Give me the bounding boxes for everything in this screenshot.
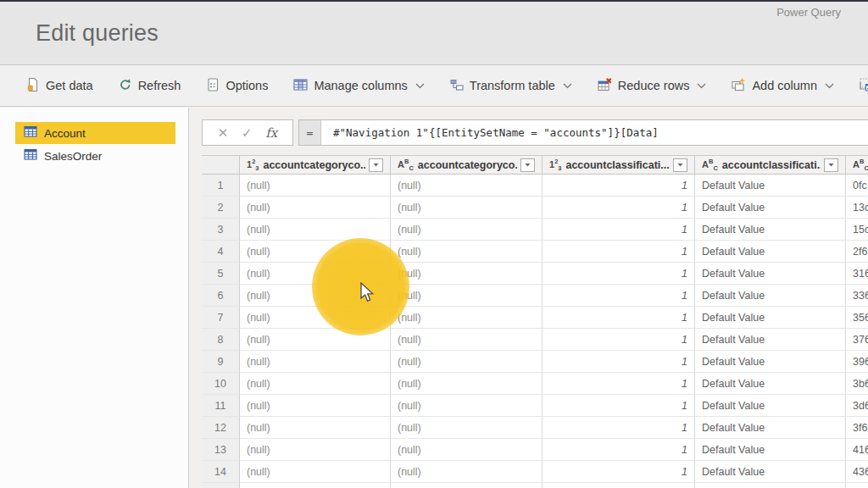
table-cell[interactable]: (null) (391, 483, 542, 488)
table-cell[interactable]: (null) (391, 285, 542, 307)
table-cell[interactable]: 3f6 (846, 417, 868, 439)
table-cell[interactable]: (null) (240, 263, 391, 285)
table-cell[interactable]: 416 (846, 439, 868, 461)
table-cell[interactable]: (null) (240, 307, 391, 329)
table-cell[interactable]: (null) (391, 263, 542, 285)
table-cell[interactable]: (null) (391, 395, 542, 417)
table-cell[interactable]: 1 (542, 307, 695, 329)
table-cell[interactable]: Default Value (695, 395, 846, 417)
table-cell[interactable]: 1 (542, 197, 695, 219)
table-cell[interactable]: (null) (391, 197, 542, 219)
table-cell[interactable]: 0fc (846, 175, 868, 197)
table-cell[interactable]: 15c (846, 219, 868, 241)
row-number[interactable]: 9 (202, 351, 240, 373)
table-cell[interactable]: 1 (542, 241, 695, 263)
table-cell[interactable]: (null) (240, 461, 391, 483)
filter-dropdown-button[interactable] (673, 158, 687, 172)
table-cell[interactable]: (null) (240, 329, 391, 351)
row-number[interactable]: 6 (202, 285, 240, 307)
table-cell[interactable]: (null) (391, 175, 542, 197)
table-cell[interactable]: (null) (240, 175, 391, 197)
row-number[interactable]: 10 (202, 373, 240, 395)
table-cell[interactable]: Default Value (695, 307, 846, 329)
table-cell[interactable]: (null) (391, 461, 542, 483)
get-data-button[interactable]: Get data (25, 77, 93, 95)
manage-columns-button[interactable]: Manage columns (292, 77, 424, 95)
table-cell[interactable]: (null) (240, 395, 391, 417)
table-cell[interactable]: Default Value (695, 175, 846, 197)
table-cell[interactable]: Default Value (695, 417, 846, 439)
table-cell[interactable]: Default Value (695, 197, 846, 219)
table-cell[interactable]: (null) (240, 285, 391, 307)
table-cell[interactable]: (null) (391, 329, 542, 351)
table-cell[interactable]: 1 (542, 439, 695, 461)
row-number[interactable]: 3 (202, 219, 240, 241)
table-cell[interactable]: Default Value (695, 439, 846, 461)
row-number[interactable]: 5 (202, 263, 240, 285)
table-cell[interactable]: (null) (391, 307, 542, 329)
table-cell[interactable]: 3d6 (846, 395, 868, 417)
table-cell[interactable]: (null) (240, 483, 391, 488)
table-cell[interactable]: 1 (542, 329, 695, 351)
row-number[interactable]: 15 (202, 483, 240, 488)
table-cell[interactable]: (null) (240, 417, 391, 439)
table-corner-cell[interactable] (202, 155, 240, 175)
options-button[interactable]: Options (205, 77, 268, 95)
row-number[interactable]: 12 (202, 417, 240, 439)
row-number[interactable]: 7 (202, 307, 240, 329)
sidebar-item-account[interactable]: Account (15, 122, 175, 144)
table-cell[interactable]: Default Value (695, 461, 846, 483)
row-number[interactable]: 8 (202, 329, 240, 351)
table-cell[interactable]: 1 (542, 219, 695, 241)
formula-input[interactable]: = #"Navigation 1"{[EntitySetName = "acco… (298, 119, 868, 146)
table-cell[interactable]: 356 (846, 307, 868, 329)
row-number[interactable]: 1 (202, 175, 240, 197)
filter-dropdown-button[interactable] (520, 158, 535, 172)
table-cell[interactable]: (null) (240, 241, 391, 263)
table-cell[interactable]: 1 (542, 285, 695, 307)
transform-table-button[interactable]: Transform table (449, 77, 572, 95)
column-header[interactable]: 123accountclassificati... (542, 155, 695, 175)
table-cell[interactable]: 3b6 (846, 373, 868, 395)
row-number[interactable]: 11 (202, 395, 240, 417)
table-cell[interactable]: 2f6 (846, 241, 868, 263)
table-cell[interactable]: 316 (846, 263, 868, 285)
table-cell[interactable]: (null) (391, 351, 542, 373)
table-cell[interactable]: (null) (240, 439, 391, 461)
column-header[interactable]: ABC (846, 155, 868, 175)
map-tables-button[interactable]: Map t (859, 77, 868, 95)
table-cell[interactable]: 436 (846, 461, 868, 483)
table-cell[interactable]: 1 (542, 351, 695, 373)
sidebar-item-salesorder[interactable]: SalesOrder (15, 145, 175, 167)
table-cell[interactable]: Default Value (695, 219, 846, 241)
table-cell[interactable]: 1 (542, 373, 695, 395)
table-cell[interactable]: 1 (542, 175, 695, 197)
column-header[interactable]: 123accountcategoryco... (240, 155, 391, 175)
row-number[interactable]: 13 (202, 439, 240, 461)
table-cell[interactable]: Default Value (695, 241, 846, 263)
table-cell[interactable]: Default Value (695, 329, 846, 351)
table-cell[interactable]: 336 (846, 285, 868, 307)
table-cell[interactable]: 456 (846, 483, 868, 488)
table-cell[interactable]: 1 (542, 483, 695, 488)
table-cell[interactable]: (null) (391, 417, 542, 439)
table-cell[interactable]: (null) (391, 373, 542, 395)
table-cell[interactable]: (null) (391, 439, 542, 461)
table-cell[interactable]: (null) (391, 241, 542, 263)
commit-formula-icon[interactable]: ✓ (242, 126, 253, 139)
cancel-formula-icon[interactable]: ✕ (218, 126, 229, 139)
table-cell[interactable]: 1 (542, 263, 695, 285)
table-cell[interactable]: 1 (542, 417, 695, 439)
row-number[interactable]: 2 (202, 197, 240, 219)
table-cell[interactable]: Default Value (695, 263, 846, 285)
filter-dropdown-button[interactable] (369, 158, 383, 172)
table-cell[interactable]: Default Value (695, 351, 846, 373)
table-cell[interactable]: 13c (846, 197, 868, 219)
table-cell[interactable]: 1 (542, 461, 695, 483)
refresh-button[interactable]: Refresh (118, 77, 181, 95)
reduce-rows-button[interactable]: Reduce rows (597, 77, 707, 95)
formula-text[interactable]: #"Navigation 1"{[EntitySetName = "accoun… (321, 120, 659, 145)
fx-icon[interactable]: fx (265, 125, 277, 141)
table-cell[interactable]: Default Value (695, 285, 846, 307)
table-cell[interactable]: 1 (542, 395, 695, 417)
